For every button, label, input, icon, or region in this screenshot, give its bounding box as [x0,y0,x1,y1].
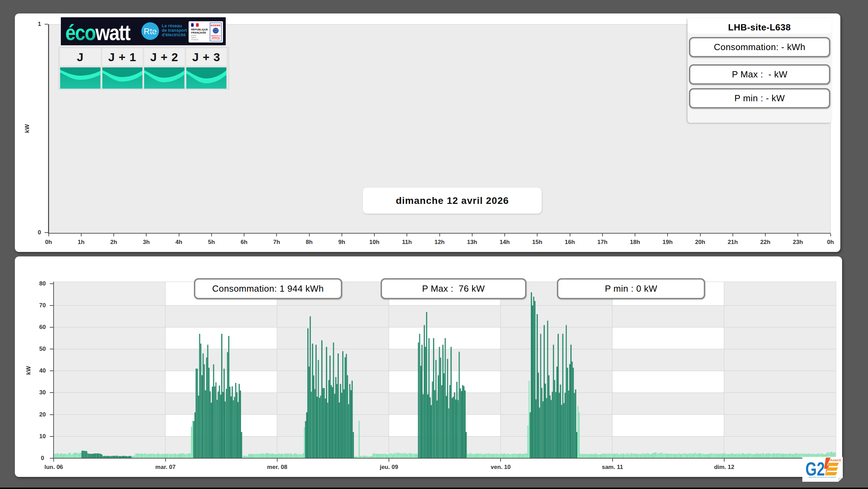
svg-text:Optimisation des ressources én: Optimisation des ressources énergétiques [809,476,836,478]
svg-text:FRANCE: FRANCE [829,459,841,462]
svg-text:de transport: de transport [162,28,187,33]
svg-text:Le réseau: Le réseau [162,23,182,28]
svg-text:ÉCOLOGIQUE: ÉCOLOGIQUE [212,38,220,40]
svg-text:TRANSITION: TRANSITION [212,37,220,38]
svg-text:Égalité: Égalité [191,37,196,38]
svg-text:FRANÇAISE: FRANÇAISE [191,31,206,34]
svg-text:ADEME: ADEME [211,24,221,27]
svg-text:Liberté: Liberté [191,35,196,36]
svg-text:AGENCE DE LA: AGENCE DE LA [211,35,221,37]
svg-text:d'électricité: d'électricité [162,32,186,37]
svg-text:écowatt: écowatt [65,21,131,45]
svg-text:Fraternité: Fraternité [191,39,198,40]
